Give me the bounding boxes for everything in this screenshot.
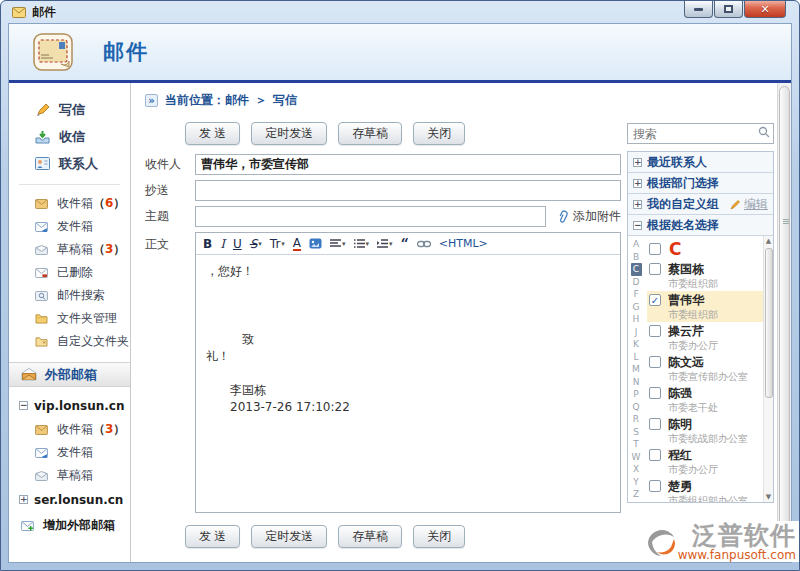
alpha-letter[interactable]: M <box>628 363 644 376</box>
contact-checkbox[interactable] <box>649 263 661 275</box>
alpha-letter[interactable]: K <box>628 338 644 351</box>
alpha-letter[interactable]: X <box>628 463 644 476</box>
breadcrumb-link-mail[interactable]: 邮件 <box>225 92 249 109</box>
sidebar-item-sent[interactable]: 发件箱 <box>9 215 130 238</box>
group-by-name[interactable]: − 根据姓名选择 <box>628 215 773 236</box>
sidebar-item-mail-search[interactable]: 邮件搜索 <box>9 284 130 307</box>
alpha-letter[interactable]: A <box>628 238 644 251</box>
contact-row[interactable]: 操云芹市委办公厅 <box>647 322 763 353</box>
ext-inbox[interactable]: 收件箱 （3） <box>9 418 130 441</box>
chain-link-icon[interactable] <box>417 240 431 248</box>
minimize-button[interactable] <box>684 1 713 18</box>
contact-row[interactable]: 程红市委办公厅 <box>647 446 763 477</box>
alpha-letter[interactable]: Q <box>628 401 644 414</box>
sidebar-item-folder-manage[interactable]: 文件夹管理 <box>9 307 130 330</box>
alpha-letter[interactable]: J <box>628 326 644 339</box>
timed-send-button-bottom[interactable]: 定时发送 <box>251 525 327 548</box>
alpha-letter-active[interactable]: C <box>631 263 642 276</box>
alpha-letter[interactable]: Z <box>628 488 644 501</box>
page-scrollbar[interactable] <box>777 83 791 563</box>
close-button[interactable]: ✕ <box>744 1 786 18</box>
sidebar-section-external-mail[interactable]: 外部邮箱 <box>9 362 130 387</box>
contact-list-scrollbar[interactable]: ▲ ▼ <box>763 236 773 502</box>
indent-dropdown[interactable]: ▾ <box>377 237 393 251</box>
contact-row[interactable]: 陈文远市委宣传部办公室 <box>647 353 763 384</box>
group-recent-contacts[interactable]: + 最近联系人 <box>628 152 773 173</box>
contact-checkbox[interactable] <box>649 480 661 492</box>
maximize-button[interactable] <box>714 1 743 18</box>
alpha-letter[interactable]: W <box>628 451 644 464</box>
sidebar-item-compose[interactable]: 写信 <box>9 96 130 123</box>
alpha-letter[interactable]: Y <box>628 476 644 489</box>
contact-row[interactable]: 陈强市委老干处 <box>647 384 763 415</box>
alpha-letter[interactable]: N <box>628 376 644 389</box>
contact-checkbox[interactable] <box>649 325 661 337</box>
group-custom-groups[interactable]: + 我的自定义组 编辑 <box>628 194 773 215</box>
page-scrollbar-thumb[interactable] <box>779 86 790 534</box>
ext-sent[interactable]: 发件箱 <box>9 441 130 464</box>
add-attachment-button[interactable]: 添加附件 <box>556 208 621 225</box>
edit-groups-link[interactable]: 编辑 <box>730 196 768 213</box>
alpha-letter[interactable]: H <box>628 313 644 326</box>
message-body[interactable]: ，您好！ 致 礼！ 李国栋 2013-7-26 17:10:22 <box>196 255 620 424</box>
sidebar-item-receive[interactable]: 收信 <box>9 123 130 150</box>
alpha-letter[interactable]: D <box>628 276 644 289</box>
ext-drafts[interactable]: 草稿箱 <box>9 464 130 487</box>
scrollbar-thumb[interactable] <box>765 248 773 398</box>
contact-row-selected[interactable]: ✓ 曹伟华市委组织部 <box>647 291 763 322</box>
italic-icon[interactable]: I <box>220 237 225 251</box>
contact-checkbox[interactable] <box>649 418 661 430</box>
collapse-icon[interactable]: − <box>19 401 28 410</box>
align-dropdown[interactable]: ▾ <box>330 237 346 251</box>
select-all-checkbox[interactable] <box>649 243 661 255</box>
account-ser-lonsun[interactable]: + ser.lonsun.cn <box>9 487 130 512</box>
group-by-department[interactable]: + 根据部门选择 <box>628 173 773 194</box>
alpha-letter[interactable]: F <box>628 288 644 301</box>
cc-input[interactable] <box>195 180 621 201</box>
alpha-letter[interactable]: T <box>628 438 644 451</box>
close-compose-button[interactable]: 关闭 <box>413 122 465 145</box>
sidebar-item-deleted[interactable]: 已删除 <box>9 261 130 284</box>
sidebar-item-inbox[interactable]: 收件箱 （6） <box>9 192 130 215</box>
close-compose-button-bottom[interactable]: 关闭 <box>413 525 465 548</box>
sidebar-item-custom-folder[interactable]: 自定义文件夹 <box>9 330 130 353</box>
sidebar-item-contacts[interactable]: 联系人 <box>9 150 130 177</box>
strike-dropdown[interactable]: S▾ <box>250 237 262 251</box>
contact-checkbox[interactable] <box>649 356 661 368</box>
send-button-bottom[interactable]: 发 送 <box>185 525 240 548</box>
list-dropdown[interactable]: ▾ <box>354 237 370 251</box>
underline-icon[interactable]: U <box>233 237 242 251</box>
alpha-letter[interactable]: R <box>628 413 644 426</box>
alpha-letter[interactable]: P <box>628 388 644 401</box>
alpha-letter[interactable]: G <box>628 301 644 314</box>
contact-checkbox[interactable] <box>649 387 661 399</box>
account-vip-lonsun[interactable]: − vip.lonsun.cn <box>9 393 130 418</box>
scroll-down-icon[interactable]: ▼ <box>766 492 771 502</box>
contact-checkbox-checked[interactable]: ✓ <box>649 294 661 306</box>
alpha-letter[interactable]: S <box>628 426 644 439</box>
add-external-mailbox-button[interactable]: 增加外部邮箱 <box>9 512 130 539</box>
contact-row[interactable]: 蔡国栋市委组织部 <box>647 260 763 291</box>
save-draft-button[interactable]: 存草稿 <box>338 122 402 145</box>
bold-icon[interactable]: B <box>203 237 212 251</box>
sidebar-item-drafts[interactable]: 草稿箱 （3） <box>9 238 130 261</box>
recipient-input[interactable] <box>195 154 621 175</box>
scroll-up-icon[interactable]: ▲ <box>766 236 771 246</box>
send-button[interactable]: 发 送 <box>185 122 240 145</box>
html-source-button[interactable]: <HTML> <box>439 237 488 251</box>
contact-row[interactable]: 陈明市委统战部办公室 <box>647 415 763 446</box>
quote-icon[interactable]: “ <box>401 237 409 251</box>
timed-send-button[interactable]: 定时发送 <box>251 122 327 145</box>
save-draft-button-bottom[interactable]: 存草稿 <box>338 525 402 548</box>
titlebar[interactable]: 邮件 ✕ <box>8 1 792 23</box>
font-dropdown[interactable]: Tr▾ <box>270 237 285 251</box>
font-color-icon[interactable]: A <box>293 237 301 251</box>
alpha-letter[interactable]: L <box>628 351 644 364</box>
contact-checkbox[interactable] <box>649 449 661 461</box>
subject-input[interactable] <box>195 206 546 227</box>
search-input[interactable] <box>627 123 774 144</box>
alpha-letter[interactable]: B <box>628 251 644 264</box>
contact-row[interactable]: 楚勇市委组织部办公室 <box>647 477 763 502</box>
expand-icon[interactable]: + <box>19 495 28 504</box>
insert-image-icon[interactable] <box>309 238 322 249</box>
